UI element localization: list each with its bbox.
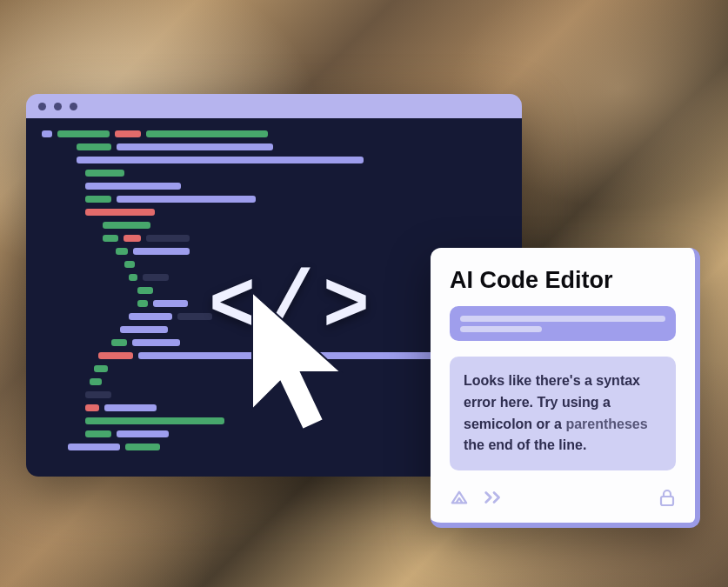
ai-input-placeholder [460,316,665,332]
ai-panel-title: AI Code Editor [450,267,676,294]
svg-rect-0 [661,497,673,505]
forward-icon[interactable] [483,490,505,509]
ai-message-highlight: parentheses [565,417,647,431]
traffic-light-zoom-icon[interactable] [70,103,77,110]
ai-input-bar[interactable] [450,306,676,341]
ai-message-tail: the end of the line. [464,437,586,452]
traffic-light-close-icon[interactable] [38,103,46,110]
send-icon[interactable] [450,489,469,510]
traffic-light-minimize-icon[interactable] [54,103,62,110]
ai-message: Looks like there's a syntax error here. … [450,357,676,470]
lock-icon[interactable] [658,488,676,510]
ai-assistant-panel: AI Code Editor Looks like there's a synt… [431,248,700,528]
window-titlebar [26,94,522,118]
ai-panel-footer [450,484,676,510]
